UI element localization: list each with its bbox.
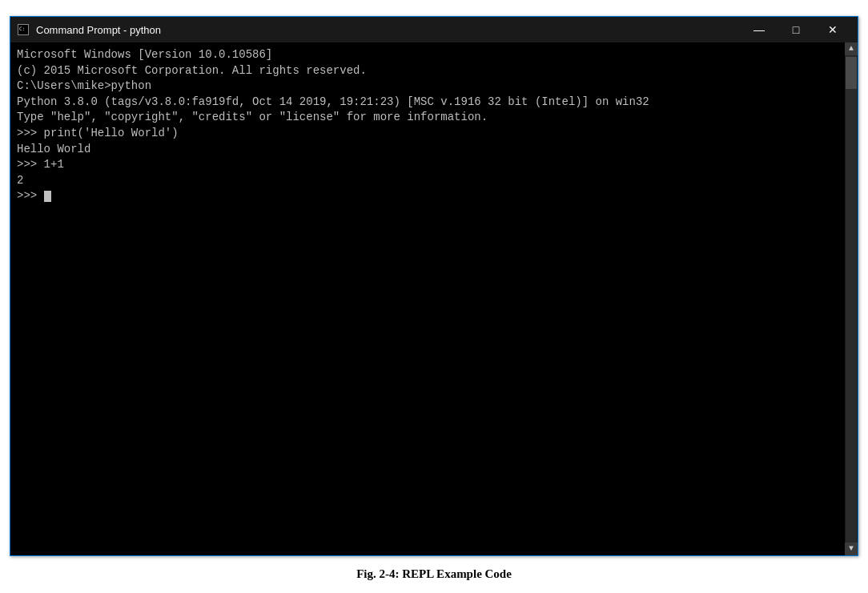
window-icon — [17, 23, 30, 36]
title-bar: Command Prompt - python — □ ✕ — [10, 17, 858, 42]
console-line-6: Type "help", "copyright", "credits" or "… — [17, 110, 851, 126]
close-button[interactable]: ✕ — [814, 17, 851, 42]
console-line-8: Hello World — [17, 142, 851, 158]
maximize-button[interactable]: □ — [778, 17, 814, 42]
scrollbar[interactable]: ▲ ▼ — [845, 42, 858, 555]
figure-caption: Fig. 2-4: REPL Example Code — [356, 567, 512, 584]
cursor — [44, 191, 51, 202]
console-line-1: Microsoft Windows [Version 10.0.10586] — [17, 47, 851, 63]
console-line-9: >>> 1+1 — [17, 157, 851, 173]
command-prompt-window: Command Prompt - python — □ ✕ Microsoft … — [10, 16, 858, 556]
minimize-button[interactable]: — — [741, 17, 778, 42]
console-line-7: >>> print('Hello World') — [17, 126, 851, 142]
console-body[interactable]: Microsoft Windows [Version 10.0.10586] (… — [10, 42, 858, 555]
console-line-11: >>> — [17, 188, 851, 204]
scrollbar-thumb[interactable] — [846, 57, 857, 89]
scroll-down-arrow[interactable]: ▼ — [845, 543, 858, 555]
console-line-4: C:\Users\mike>python — [17, 79, 851, 95]
console-line-5: Python 3.8.0 (tags/v3.8.0:fa919fd, Oct 1… — [17, 95, 851, 111]
console-line-2: (c) 2015 Microsoft Corporation. All righ… — [17, 63, 851, 79]
console-line-10: 2 — [17, 173, 851, 189]
scrollbar-track[interactable] — [846, 55, 857, 543]
scroll-up-arrow[interactable]: ▲ — [845, 42, 858, 55]
window-controls: — □ ✕ — [741, 17, 851, 42]
window-title: Command Prompt - python — [36, 24, 741, 36]
